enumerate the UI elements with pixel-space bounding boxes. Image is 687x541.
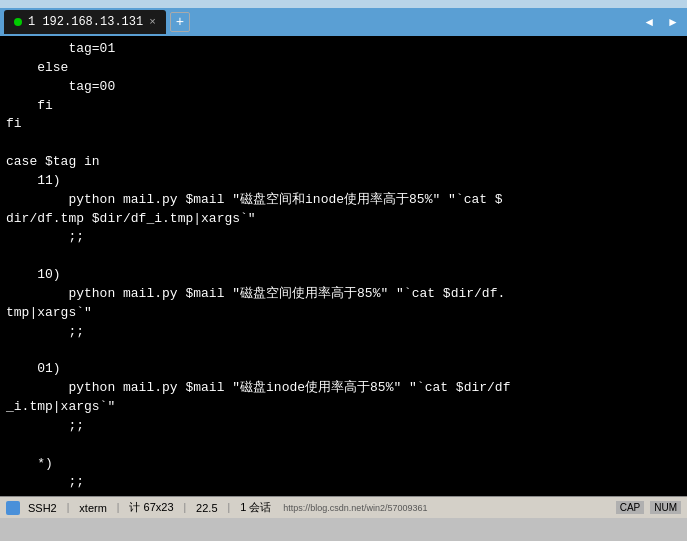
tab-close-button[interactable]: × <box>149 16 156 28</box>
ssh-label: SSH2 <box>28 502 57 514</box>
tab-label: 1 192.168.13.131 <box>28 15 143 29</box>
size-label: 计 67x23 <box>129 500 173 515</box>
tab-nav-buttons: ◄ ► <box>639 13 683 31</box>
terminal-content[interactable]: tag=01 else tag=00 fi fi case $tag in 11… <box>0 36 687 496</box>
tab-bar-left: 1 192.168.13.131 × + <box>4 10 190 34</box>
url-label: https://blog.csdn.net/win2/57009361 <box>283 503 427 513</box>
num-label: NUM <box>650 501 681 514</box>
tab-next-button[interactable]: ► <box>663 13 683 31</box>
tab-status-dot <box>14 18 22 26</box>
terminal-tab[interactable]: 1 192.168.13.131 × <box>4 10 166 34</box>
ssh-icon <box>6 501 20 515</box>
status-right: CAP NUM <box>616 501 681 514</box>
cap-label: CAP <box>616 501 645 514</box>
number-label: 22.5 <box>196 502 217 514</box>
session-label: 1 会话 <box>240 500 271 515</box>
window-chrome <box>0 0 687 8</box>
tab-bar: 1 192.168.13.131 × + ◄ ► <box>0 8 687 36</box>
tab-prev-button[interactable]: ◄ <box>639 13 659 31</box>
xterm-label: xterm <box>79 502 107 514</box>
status-bar: SSH2 | xterm | 计 67x23 | 22.5 | 1 会话 htt… <box>0 496 687 518</box>
new-tab-button[interactable]: + <box>170 12 190 32</box>
